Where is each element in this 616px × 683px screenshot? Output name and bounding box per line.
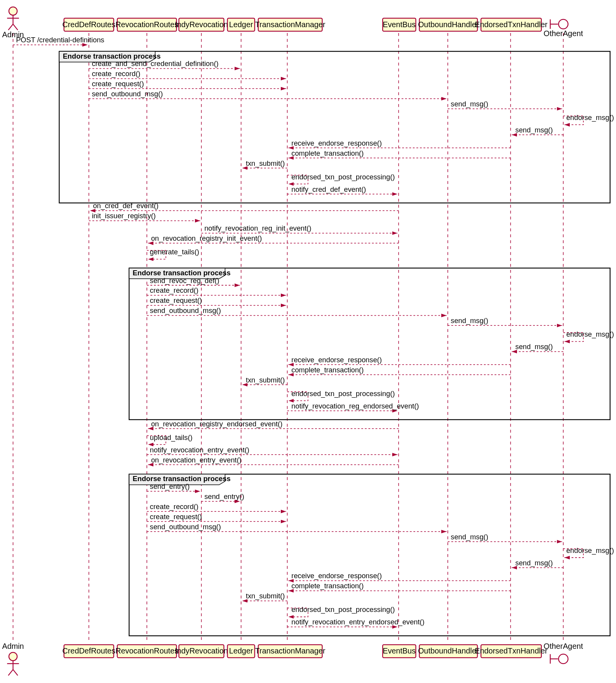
- msg-m24: endorse_msg(): [566, 330, 614, 339]
- msg-m18: generate_tails(): [150, 248, 199, 256]
- participant-revroutes-bottom: RevocationRoutes: [115, 645, 178, 658]
- boundary-other-bottom: OtherAgent: [544, 642, 583, 664]
- svg-line-3: [8, 24, 13, 30]
- ledger-label-bottom: Ledger: [229, 647, 253, 655]
- msg-m23: send_msg(): [451, 316, 489, 325]
- msg-m41: endorse_msg(): [566, 546, 614, 555]
- msg-m6: send_msg(): [451, 100, 489, 108]
- msg-m9: receive_endorse_response(): [291, 139, 382, 148]
- msg-m1: POST /credential-definitions: [16, 36, 104, 44]
- msg-m45: txn_submit(): [246, 592, 285, 600]
- msg-m2: create_and_send_credential_definition(): [92, 59, 218, 68]
- svg-point-31: [559, 654, 568, 664]
- sequence-diagram: Admin CredDefRoutes RevocationRoutes Ind…: [0, 0, 616, 683]
- endorsed-label-bottom: EndorsedTxnHandler: [475, 647, 548, 655]
- revroutes-label: RevocationRoutes: [115, 20, 178, 29]
- actor-admin-top: Admin: [2, 7, 24, 39]
- msg-m17: on_revocation_registry_init_event(): [151, 234, 262, 243]
- msg-m5: send_outbound_msg(): [92, 90, 163, 98]
- msg-m22: send_outbound_msg(): [150, 306, 221, 315]
- svg-line-20: [13, 669, 18, 675]
- svg-line-19: [8, 669, 13, 675]
- msg-m29: endorsed_txn_post_processing(): [291, 389, 395, 398]
- msg-m33: notify_revocation_entry_event(): [150, 446, 249, 454]
- msg-m30: notify_revocation_reg_endorsed_event(): [291, 402, 419, 410]
- participant-eventbus-bottom: EventBus: [383, 645, 416, 658]
- other-label: OtherAgent: [544, 29, 583, 38]
- msg-m7: endorse_msg(): [566, 113, 614, 122]
- msg-m43: receive_endorse_response(): [291, 572, 382, 580]
- msg-m8: send_msg(): [515, 126, 553, 134]
- msg-m28: txn_submit(): [246, 376, 285, 384]
- msg-m37: create_record(): [150, 502, 198, 511]
- eventbus-label: EventBus: [383, 20, 416, 29]
- msg-m4: create_request(): [92, 80, 144, 88]
- participant-endorsed-bottom: EndorsedTxnHandler: [475, 645, 548, 658]
- boundary-other-top: OtherAgent: [544, 19, 583, 38]
- participant-indyrev-bottom: IndyRevocation: [175, 645, 228, 658]
- msg-m44: complete_transaction(): [291, 582, 364, 590]
- msg-m16: notify_revocation_reg_init_event(): [204, 224, 311, 233]
- msg-m11: txn_submit(): [246, 159, 285, 168]
- msg-m46: endorsed_txn_post_processing(): [291, 605, 395, 614]
- msg-m36: send_entry(): [204, 492, 244, 501]
- msg-m26: receive_endorse_response(): [291, 356, 382, 364]
- participant-creddef-bottom: CredDefRoutes: [62, 645, 115, 658]
- msg-m38: create_request(): [150, 513, 202, 521]
- participant-indyrev-top: IndyRevocation: [175, 18, 228, 31]
- svg-line-4: [13, 24, 18, 30]
- revroutes-label-bottom: RevocationRoutes: [115, 647, 178, 655]
- msg-m34: on_revocation_entry_event(): [151, 456, 242, 464]
- ledger-label: Ledger: [229, 20, 253, 29]
- creddef-label-bottom: CredDefRoutes: [62, 647, 115, 655]
- actor-admin-bottom: Admin: [2, 642, 24, 676]
- participant-ledger-bottom: Ledger: [228, 645, 255, 658]
- msg-m39: send_outbound_msg(): [150, 523, 221, 531]
- msg-m10: complete_transaction(): [291, 149, 364, 158]
- msg-m25: send_msg(): [515, 342, 553, 351]
- msg-m13: notify_cred_def_event(): [291, 185, 366, 194]
- msg-m42: send_msg(): [515, 559, 553, 567]
- admin-label-bottom: Admin: [2, 642, 24, 650]
- participant-ledger-top: Ledger: [228, 18, 255, 31]
- svg-point-16: [9, 652, 17, 660]
- msg-m15: init_issuer_registry(): [92, 212, 156, 220]
- indyrev-label: IndyRevocation: [175, 20, 228, 29]
- msg-m32: upload_tails(): [150, 433, 193, 442]
- participant-outbound-top: OutboundHandler: [418, 18, 479, 31]
- svg-point-15: [559, 19, 568, 29]
- msg-m19: send_revoc_reg_def(): [150, 276, 219, 285]
- msg-m31: on_revocation_registry_endorsed_event(): [151, 420, 282, 428]
- participant-creddef-top: CredDefRoutes: [62, 18, 115, 31]
- msg-m21: create_request(): [150, 296, 202, 305]
- msg-m14: on_cred_def_event(): [93, 202, 158, 210]
- participant-revroutes-top: RevocationRoutes: [115, 18, 178, 31]
- msg-m27: complete_transaction(): [291, 366, 364, 374]
- participant-eventbus-top: EventBus: [383, 18, 416, 31]
- creddef-label: CredDefRoutes: [62, 20, 115, 29]
- other-label-bottom: OtherAgent: [544, 642, 583, 650]
- msg-m12: endorsed_txn_post_processing(): [291, 173, 395, 181]
- participant-outbound-bottom: OutboundHandler: [418, 645, 479, 658]
- msg-m40: send_msg(): [451, 533, 489, 541]
- endorsed-label: EndorsedTxnHandler: [475, 20, 548, 29]
- outbound-label-bottom: OutboundHandler: [418, 647, 479, 655]
- txnmgr-label-bottom: TransactionManager: [255, 647, 325, 655]
- frame-1-label: Endorse transaction process: [63, 52, 161, 60]
- outbound-label: OutboundHandler: [418, 20, 479, 29]
- participant-endorsed-top: EndorsedTxnHandler: [475, 18, 548, 31]
- frame-2-label: Endorse transaction process: [133, 269, 231, 277]
- msg-m20: create_record(): [150, 286, 198, 295]
- txnmgr-label: TransactionManager: [255, 20, 325, 29]
- participant-txnmgr-top: TransactionManager: [255, 18, 325, 31]
- indyrev-label-bottom: IndyRevocation: [175, 647, 228, 655]
- eventbus-label-bottom: EventBus: [383, 647, 416, 655]
- svg-point-0: [9, 7, 17, 15]
- msg-m35: send_entry(): [150, 482, 190, 491]
- msg-m3: create_record(): [92, 70, 140, 78]
- participant-txnmgr-bottom: TransactionManager: [255, 645, 325, 658]
- frame-3-label: Endorse transaction process: [133, 474, 231, 483]
- msg-m47: notify_revocation_entry_endorsed_event(): [291, 618, 424, 626]
